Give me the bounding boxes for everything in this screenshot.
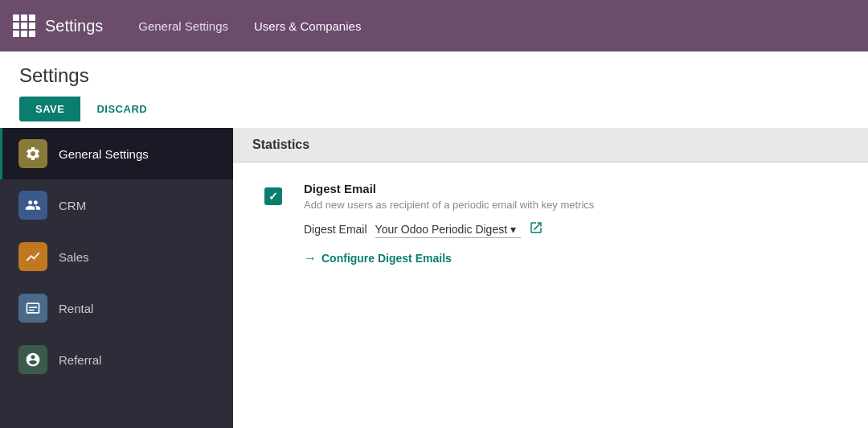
section-title: Statistics (233, 128, 868, 163)
nav-users-companies[interactable]: Users & Companies (244, 13, 371, 39)
sidebar-label-referral: Referral (59, 353, 101, 367)
crm-icon (18, 191, 47, 220)
sidebar-item-general-settings[interactable]: General Settings (0, 128, 233, 179)
digest-select[interactable]: Your Odoo Periodic Digest ▾ (375, 221, 521, 238)
external-link-icon[interactable] (529, 220, 543, 238)
sidebar-label-rental: Rental (59, 302, 93, 315)
rental-icon (18, 294, 47, 323)
page-header: Settings SAVE DISCARD (0, 51, 868, 128)
sales-icon (18, 242, 47, 271)
arrow-right-icon: → (304, 251, 317, 265)
sidebar-item-crm[interactable]: CRM (0, 179, 233, 231)
navbar-nav: General Settings Users & Companies (129, 13, 371, 39)
action-buttons: SAVE DISCARD (19, 97, 849, 121)
section-body: Digest Email Add new users as recipient … (233, 163, 868, 301)
digest-email-checkbox[interactable] (264, 187, 282, 205)
navbar: Settings General Settings Users & Compan… (0, 0, 868, 51)
sidebar-label-general-settings: General Settings (59, 147, 149, 161)
referral-icon (18, 345, 47, 374)
sidebar-item-referral[interactable]: Referral (0, 334, 233, 385)
checkbox-container (259, 182, 288, 211)
sidebar-item-rental[interactable]: Rental (0, 282, 233, 334)
sidebar-label-sales: Sales (59, 250, 89, 264)
nav-general-settings[interactable]: General Settings (129, 13, 238, 39)
gear-icon (18, 139, 47, 168)
brand: Settings (13, 14, 103, 37)
digest-select-value: Your Odoo Periodic Digest (375, 223, 507, 236)
save-button[interactable]: SAVE (19, 97, 80, 121)
digest-email-label: Digest Email (304, 223, 367, 236)
sidebar: General Settings CRM Sales (0, 128, 233, 428)
digest-email-info: Digest Email Add new users as recipient … (304, 182, 594, 265)
sidebar-item-sales[interactable]: Sales (0, 231, 233, 282)
configure-link[interactable]: → Configure Digest Emails (304, 251, 594, 265)
content-panel: Statistics Digest Email Add new users as… (233, 128, 868, 428)
configure-link-label: Configure Digest Emails (321, 252, 452, 265)
digest-email-setting: Digest Email Add new users as recipient … (259, 182, 842, 265)
discard-button[interactable]: DISCARD (80, 97, 163, 121)
sidebar-label-crm: CRM (59, 199, 86, 212)
digest-email-description: Add new users as recipient of a periodic… (304, 199, 594, 211)
page: Settings SAVE DISCARD General Settings (0, 51, 868, 428)
brand-title: Settings (45, 17, 103, 35)
main-content: General Settings CRM Sales (0, 128, 868, 428)
dropdown-arrow-icon: ▾ (510, 223, 516, 236)
digest-email-title: Digest Email (304, 182, 594, 195)
page-title: Settings (19, 64, 849, 87)
grid-icon[interactable] (13, 14, 35, 37)
digest-row: Digest Email Your Odoo Periodic Digest ▾ (304, 220, 594, 238)
